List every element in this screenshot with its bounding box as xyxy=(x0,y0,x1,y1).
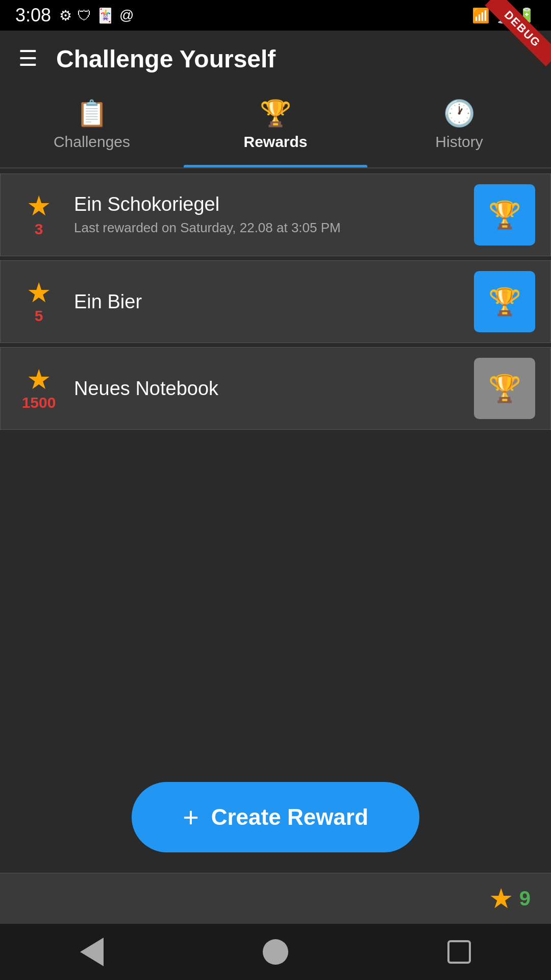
cost-value-1: 3 xyxy=(35,220,43,238)
reward-action-3[interactable]: 🏆 xyxy=(474,358,535,419)
star-icon: ★ xyxy=(27,192,51,219)
trophy-icon: 🏆 xyxy=(488,286,521,317)
wifi-icon: 📶 xyxy=(472,7,490,24)
star-icon: ★ xyxy=(27,365,51,393)
reward-name-3: Neues Notebook xyxy=(74,378,462,400)
reward-name-1: Ein Schokoriegel xyxy=(74,193,462,215)
reward-cost-2: ★ 5 xyxy=(16,279,62,325)
list-item[interactable]: ★ 5 Ein Bier 🏆 xyxy=(0,260,551,343)
star-icon: ★ xyxy=(27,279,51,306)
trophy-icon: 🏆 xyxy=(488,200,521,231)
nav-recents-button[interactable] xyxy=(439,932,480,972)
status-right: 📶 📡 🔋 xyxy=(472,7,536,24)
status-left: 3:08 ⚙ 🛡 🃏 @ xyxy=(15,5,134,26)
main-content: ★ 3 Ein Schokoriegel Last rewarded on Sa… xyxy=(0,168,551,873)
score-value: 9 xyxy=(519,887,531,910)
status-time: 3:08 xyxy=(15,5,51,26)
reward-info-2: Ein Bier xyxy=(74,291,462,313)
nav-back-button[interactable] xyxy=(71,932,112,972)
home-icon xyxy=(263,939,288,965)
create-reward-label: Create Reward xyxy=(211,804,368,830)
tab-challenges[interactable]: 📋 Challenges xyxy=(0,87,184,167)
rewards-list: ★ 3 Ein Schokoriegel Last rewarded on Sa… xyxy=(0,168,551,756)
list-item[interactable]: ★ 1500 Neues Notebook 🏆 xyxy=(0,347,551,430)
rewards-tab-icon: 🏆 xyxy=(260,99,291,128)
trophy-icon: 🏆 xyxy=(488,373,521,404)
back-icon xyxy=(80,938,104,966)
create-reward-button[interactable]: + Create Reward xyxy=(132,782,419,852)
reward-subtitle-1: Last rewarded on Saturday, 22.08 at 3:05… xyxy=(74,219,462,237)
challenges-tab-icon: 📋 xyxy=(76,99,108,128)
card-icon: 🃏 xyxy=(96,7,114,24)
settings-icon: ⚙ xyxy=(59,7,72,24)
status-icons: ⚙ 🛡 🃏 @ xyxy=(59,7,134,24)
shield-icon: 🛡 xyxy=(77,7,91,24)
score-bar: ★ 9 xyxy=(0,873,551,924)
reward-name-2: Ein Bier xyxy=(74,291,462,313)
recents-icon xyxy=(447,940,471,964)
battery-icon: 🔋 xyxy=(518,7,536,24)
reward-cost-1: ★ 3 xyxy=(16,192,62,238)
reward-action-2[interactable]: 🏆 xyxy=(474,271,535,332)
challenges-tab-label: Challenges xyxy=(54,133,130,151)
reward-info-1: Ein Schokoriegel Last rewarded on Saturd… xyxy=(74,193,462,237)
header: ☰ Challenge Yourself xyxy=(0,31,551,87)
at-icon: @ xyxy=(119,7,134,23)
nav-bar xyxy=(0,924,551,980)
score-star-icon: ★ xyxy=(489,883,513,915)
reward-cost-3: ★ 1500 xyxy=(16,365,62,411)
cost-value-2: 5 xyxy=(35,307,43,325)
score-display: ★ 9 xyxy=(489,883,531,915)
cost-value-3: 1500 xyxy=(22,394,56,411)
list-item[interactable]: ★ 3 Ein Schokoriegel Last rewarded on Sa… xyxy=(0,174,551,256)
plus-icon: + xyxy=(183,803,199,831)
app-title: Challenge Yourself xyxy=(56,45,276,73)
history-tab-icon: 🕐 xyxy=(443,99,475,128)
tab-bar: 📋 Challenges 🏆 Rewards 🕐 History xyxy=(0,87,551,168)
signal-icon: 📡 xyxy=(495,7,513,24)
create-reward-area: + Create Reward xyxy=(0,756,551,873)
reward-action-1[interactable]: 🏆 xyxy=(474,184,535,246)
status-bar: 3:08 ⚙ 🛡 🃏 @ 📶 📡 🔋 xyxy=(0,0,551,31)
tab-rewards[interactable]: 🏆 Rewards xyxy=(184,87,367,167)
hamburger-icon[interactable]: ☰ xyxy=(18,48,38,69)
reward-info-3: Neues Notebook xyxy=(74,378,462,400)
history-tab-label: History xyxy=(435,133,483,151)
tab-history[interactable]: 🕐 History xyxy=(367,87,551,167)
nav-home-button[interactable] xyxy=(255,932,296,972)
rewards-tab-label: Rewards xyxy=(243,133,307,151)
